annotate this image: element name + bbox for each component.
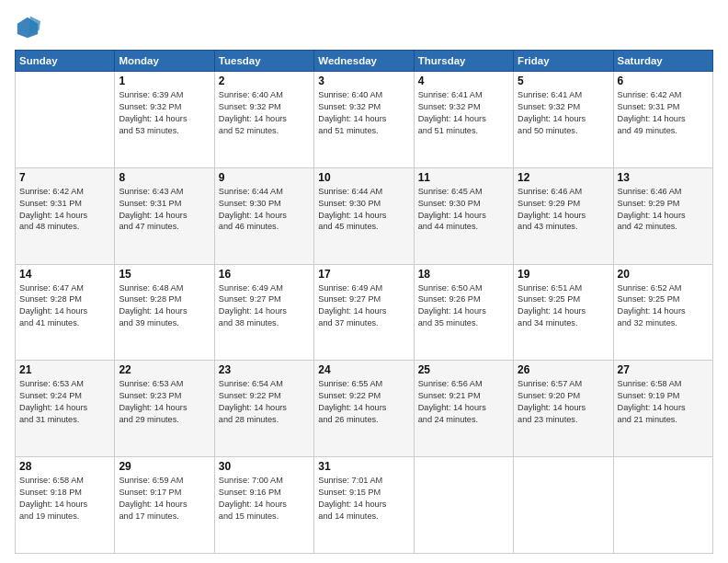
calendar-cell [613, 457, 712, 554]
col-header-friday: Friday [514, 51, 613, 72]
cell-info: Sunrise: 6:42 AMSunset: 9:31 PMDaylight:… [19, 186, 110, 234]
calendar-cell: 24Sunrise: 6:55 AMSunset: 9:22 PMDayligh… [314, 361, 414, 457]
cell-info: Sunrise: 6:57 AMSunset: 9:20 PMDaylight:… [518, 378, 609, 426]
day-number: 25 [418, 363, 509, 376]
cell-info: Sunrise: 6:41 AMSunset: 9:32 PMDaylight:… [518, 89, 609, 137]
day-number: 3 [318, 75, 409, 87]
calendar-cell: 21Sunrise: 6:53 AMSunset: 9:24 PMDayligh… [16, 361, 115, 457]
day-number: 5 [518, 75, 609, 87]
day-number: 24 [318, 363, 409, 376]
cell-info: Sunrise: 6:43 AMSunset: 9:31 PMDaylight:… [119, 186, 210, 234]
calendar-cell: 30Sunrise: 7:00 AMSunset: 9:16 PMDayligh… [214, 457, 313, 554]
day-number: 21 [19, 363, 110, 376]
day-number: 1 [119, 75, 210, 87]
calendar-cell: 12Sunrise: 6:46 AMSunset: 9:29 PMDayligh… [514, 167, 613, 264]
day-number: 12 [518, 171, 609, 184]
calendar-cell: 14Sunrise: 6:47 AMSunset: 9:28 PMDayligh… [16, 264, 115, 361]
calendar-cell: 31Sunrise: 7:01 AMSunset: 9:15 PMDayligh… [314, 457, 414, 554]
week-row-5: 28Sunrise: 6:58 AMSunset: 9:18 PMDayligh… [16, 457, 713, 554]
day-number: 18 [418, 268, 509, 281]
calendar-cell: 3Sunrise: 6:40 AMSunset: 9:32 PMDaylight… [314, 72, 414, 168]
calendar-cell [514, 457, 613, 554]
day-number: 31 [318, 460, 409, 473]
page: SundayMondayTuesdayWednesdayThursdayFrid… [0, 0, 728, 563]
cell-info: Sunrise: 6:52 AMSunset: 9:25 PMDaylight:… [618, 282, 709, 330]
cell-info: Sunrise: 6:48 AMSunset: 9:28 PMDaylight:… [119, 282, 210, 330]
col-header-sunday: Sunday [16, 51, 115, 72]
calendar-cell: 15Sunrise: 6:48 AMSunset: 9:28 PMDayligh… [115, 264, 214, 361]
cell-info: Sunrise: 6:44 AMSunset: 9:30 PMDaylight:… [318, 186, 409, 234]
cell-info: Sunrise: 6:41 AMSunset: 9:32 PMDaylight:… [418, 89, 509, 137]
col-header-wednesday: Wednesday [314, 51, 414, 72]
cell-info: Sunrise: 6:47 AMSunset: 9:28 PMDaylight:… [19, 282, 110, 330]
cell-info: Sunrise: 6:58 AMSunset: 9:18 PMDaylight:… [19, 475, 110, 523]
day-number: 16 [219, 268, 310, 281]
cell-info: Sunrise: 7:01 AMSunset: 9:15 PMDaylight:… [318, 475, 409, 523]
day-number: 2 [219, 75, 310, 87]
calendar-cell: 1Sunrise: 6:39 AMSunset: 9:32 PMDaylight… [115, 72, 214, 168]
calendar-cell: 16Sunrise: 6:49 AMSunset: 9:27 PMDayligh… [214, 264, 313, 361]
header-row: SundayMondayTuesdayWednesdayThursdayFrid… [16, 51, 713, 72]
day-number: 23 [219, 363, 310, 376]
day-number: 20 [618, 268, 709, 281]
cell-info: Sunrise: 6:46 AMSunset: 9:29 PMDaylight:… [518, 186, 609, 234]
cell-info: Sunrise: 6:53 AMSunset: 9:23 PMDaylight:… [119, 378, 210, 426]
logo [15, 15, 44, 40]
calendar-cell: 7Sunrise: 6:42 AMSunset: 9:31 PMDaylight… [16, 167, 115, 264]
day-number: 19 [518, 268, 609, 281]
calendar-cell: 2Sunrise: 6:40 AMSunset: 9:32 PMDaylight… [214, 72, 313, 168]
cell-info: Sunrise: 6:44 AMSunset: 9:30 PMDaylight:… [219, 186, 310, 234]
cell-info: Sunrise: 6:59 AMSunset: 9:17 PMDaylight:… [119, 475, 210, 523]
col-header-saturday: Saturday [613, 51, 712, 72]
day-number: 13 [618, 171, 709, 184]
calendar-cell: 26Sunrise: 6:57 AMSunset: 9:20 PMDayligh… [514, 361, 613, 457]
calendar-cell: 9Sunrise: 6:44 AMSunset: 9:30 PMDaylight… [214, 167, 313, 264]
calendar-cell: 11Sunrise: 6:45 AMSunset: 9:30 PMDayligh… [414, 167, 513, 264]
cell-info: Sunrise: 6:50 AMSunset: 9:26 PMDaylight:… [418, 282, 509, 330]
week-row-3: 14Sunrise: 6:47 AMSunset: 9:28 PMDayligh… [16, 264, 713, 361]
calendar-cell: 27Sunrise: 6:58 AMSunset: 9:19 PMDayligh… [613, 361, 712, 457]
calendar-cell: 20Sunrise: 6:52 AMSunset: 9:25 PMDayligh… [613, 264, 712, 361]
calendar-cell [414, 457, 513, 554]
cell-info: Sunrise: 6:53 AMSunset: 9:24 PMDaylight:… [19, 378, 110, 426]
week-row-2: 7Sunrise: 6:42 AMSunset: 9:31 PMDaylight… [16, 167, 713, 264]
cell-info: Sunrise: 6:42 AMSunset: 9:31 PMDaylight:… [618, 89, 709, 137]
day-number: 14 [19, 268, 110, 281]
cell-info: Sunrise: 6:45 AMSunset: 9:30 PMDaylight:… [418, 186, 509, 234]
cell-info: Sunrise: 6:49 AMSunset: 9:27 PMDaylight:… [318, 282, 409, 330]
day-number: 29 [119, 460, 210, 473]
col-header-tuesday: Tuesday [214, 51, 313, 72]
cell-info: Sunrise: 7:00 AMSunset: 9:16 PMDaylight:… [219, 475, 310, 523]
day-number: 26 [518, 363, 609, 376]
calendar-cell: 13Sunrise: 6:46 AMSunset: 9:29 PMDayligh… [613, 167, 712, 264]
calendar-cell: 25Sunrise: 6:56 AMSunset: 9:21 PMDayligh… [414, 361, 513, 457]
day-number: 8 [119, 171, 210, 184]
calendar-cell [16, 72, 115, 168]
calendar-cell: 23Sunrise: 6:54 AMSunset: 9:22 PMDayligh… [214, 361, 313, 457]
day-number: 15 [119, 268, 210, 281]
day-number: 30 [219, 460, 310, 473]
logo-icon [15, 15, 40, 40]
day-number: 4 [418, 75, 509, 87]
col-header-thursday: Thursday [414, 51, 513, 72]
calendar-cell: 29Sunrise: 6:59 AMSunset: 9:17 PMDayligh… [115, 457, 214, 554]
day-number: 28 [19, 460, 110, 473]
calendar: SundayMondayTuesdayWednesdayThursdayFrid… [15, 50, 713, 554]
week-row-1: 1Sunrise: 6:39 AMSunset: 9:32 PMDaylight… [16, 72, 713, 168]
day-number: 9 [219, 171, 310, 184]
calendar-cell: 19Sunrise: 6:51 AMSunset: 9:25 PMDayligh… [514, 264, 613, 361]
cell-info: Sunrise: 6:58 AMSunset: 9:19 PMDaylight:… [618, 378, 709, 426]
calendar-cell: 5Sunrise: 6:41 AMSunset: 9:32 PMDaylight… [514, 72, 613, 168]
day-number: 7 [19, 171, 110, 184]
day-number: 17 [318, 268, 409, 281]
calendar-cell: 6Sunrise: 6:42 AMSunset: 9:31 PMDaylight… [613, 72, 712, 168]
cell-info: Sunrise: 6:51 AMSunset: 9:25 PMDaylight:… [518, 282, 609, 330]
cell-info: Sunrise: 6:56 AMSunset: 9:21 PMDaylight:… [418, 378, 509, 426]
calendar-cell: 28Sunrise: 6:58 AMSunset: 9:18 PMDayligh… [16, 457, 115, 554]
calendar-cell: 22Sunrise: 6:53 AMSunset: 9:23 PMDayligh… [115, 361, 214, 457]
day-number: 6 [618, 75, 709, 87]
calendar-cell: 17Sunrise: 6:49 AMSunset: 9:27 PMDayligh… [314, 264, 414, 361]
col-header-monday: Monday [115, 51, 214, 72]
day-number: 10 [318, 171, 409, 184]
cell-info: Sunrise: 6:39 AMSunset: 9:32 PMDaylight:… [119, 89, 210, 137]
